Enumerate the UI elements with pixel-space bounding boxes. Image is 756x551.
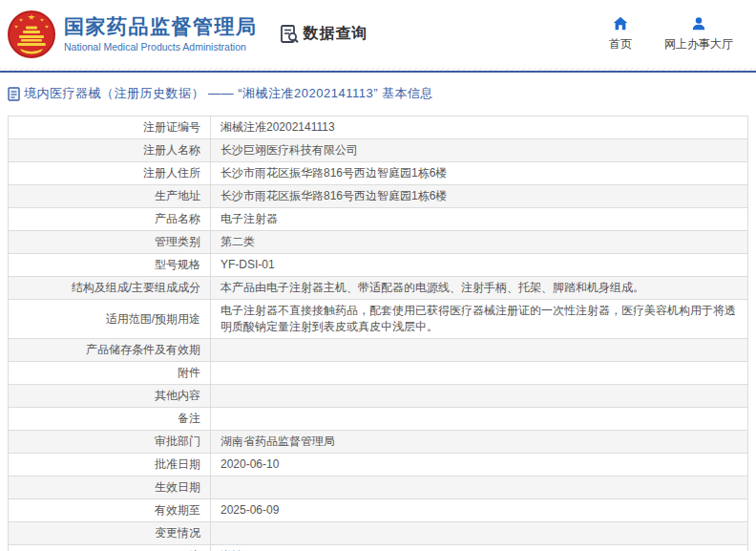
row-label-cell: 备注 (9, 408, 211, 430)
row-label: 注册证编号 (143, 119, 200, 136)
page-title: 境内医疗器械（注册历史数据） —— “湘械注准20202141113” 基本信息 (24, 85, 433, 102)
table-row: 产品储存条件及有效期 (9, 339, 747, 362)
row-value-cell (211, 408, 747, 430)
site-logo[interactable]: 国家药品监督管理局 National Medical Products Admi… (8, 11, 258, 58)
row-value-cell (211, 385, 747, 407)
row-value-cell: 电子注射器 (211, 208, 747, 230)
row-value-cell: 2020-06-10 (211, 454, 747, 476)
row-label: 生效日期 (155, 479, 200, 496)
row-label: 注册人名称 (143, 142, 200, 159)
table-row: 备注 (9, 408, 747, 431)
nav-item-label: 网上办事大厅 (664, 36, 733, 53)
row-value: 湘械注准20202141113 (220, 119, 335, 136)
row-label-cell: 注册人名称 (9, 139, 211, 161)
national-emblem-icon (8, 11, 55, 58)
row-label: 管理类别 (155, 234, 200, 250)
table-row: 批准日期2020-06-10 (9, 454, 747, 477)
table-row: 管理类别第二类 (9, 231, 747, 254)
row-value: 长沙市雨花区振华路816号西边智庭园1栋6楼 (220, 165, 447, 181)
row-label-cell: 有效期至 (9, 499, 211, 521)
row-value-cell: 长沙市雨花区振华路816号西边智庭园1栋6楼 (211, 162, 747, 184)
row-label-cell: 批准日期 (9, 454, 211, 476)
row-label: 批准日期 (155, 456, 200, 473)
row-value-cell: 详情 (211, 545, 747, 551)
row-value-cell (211, 522, 747, 544)
row-value-cell: 第二类 (211, 231, 747, 253)
row-label: 其他内容 (155, 388, 200, 404)
row-value: 本产品由电子注射器主机、带适配器的电源线、注射手柄、托架、脚踏和机身组成。 (220, 280, 644, 296)
row-value: 第二类 (220, 234, 255, 250)
table-row: 型号规格YF-DSI-01 (9, 254, 747, 277)
row-value-cell (211, 362, 747, 384)
row-value-cell: 2025-06-09 (211, 499, 747, 521)
row-label-cell: 型号规格 (9, 254, 211, 276)
row-label-cell: 结构及组成/主要组成成分 (9, 277, 211, 299)
row-label: 附件 (178, 365, 200, 381)
row-value: YF-DSI-01 (220, 257, 275, 273)
dataquery-label: 数据查询 (304, 24, 368, 44)
row-value-cell: 长沙巨翊医疗科技有限公司 (211, 139, 747, 161)
table-row: 注册证编号湘械注准20202141113 (9, 117, 747, 139)
row-label-cell: 适用范围/预期用途 (9, 300, 211, 338)
table-row: 生产地址长沙市雨花区振华路816号西边智庭园1栋6楼 (9, 185, 747, 208)
row-label: 变更情况 (155, 525, 200, 541)
row-label-cell: 生效日期 (9, 477, 211, 498)
document-search-icon (279, 24, 300, 45)
header: 国家药品监督管理局 National Medical Products Admi… (0, 0, 756, 68)
dataquery-section[interactable]: 数据查询 (279, 24, 368, 45)
org-title-en: National Medical Products Administration (64, 41, 258, 53)
nav-item-service-hall[interactable]: 网上办事大厅 (664, 15, 733, 53)
row-value-cell: 电子注射器不直接接触药品，配套使用已获得医疗器械注册证的一次性注射器，医疗美容机… (211, 300, 747, 338)
table-row: 变更情况 (9, 522, 747, 545)
row-label-cell: 其他内容 (9, 385, 211, 407)
info-table: 注册证编号湘械注准20202141113注册人名称长沙巨翊医疗科技有限公司注册人… (8, 116, 748, 551)
row-label-cell: 注 (9, 545, 211, 551)
row-label: 产品名称 (155, 211, 200, 227)
row-value-cell: 湘械注准20202141113 (211, 117, 747, 138)
table-row: 附件 (9, 362, 747, 385)
row-value: 湖南省药品监督管理局 (220, 434, 335, 450)
row-label-cell: 管理类别 (9, 231, 211, 253)
table-row: 其他内容 (9, 385, 747, 408)
row-label-cell: 产品储存条件及有效期 (9, 339, 211, 361)
row-value: 2025-06-09 (220, 502, 279, 519)
row-value: 长沙巨翊医疗科技有限公司 (220, 142, 358, 159)
row-label: 产品储存条件及有效期 (86, 342, 200, 358)
table-row: 适用范围/预期用途电子注射器不直接接触药品，配套使用已获得医疗器械注册证的一次性… (9, 300, 747, 339)
row-label: 型号规格 (155, 257, 200, 273)
row-label: 审批部门 (155, 434, 200, 450)
row-value-cell: YF-DSI-01 (211, 254, 747, 276)
table-row: 产品名称电子注射器 (9, 208, 747, 231)
table-row: 有效期至2025-06-09 (9, 499, 747, 522)
table-row: 注册人名称长沙巨翊医疗科技有限公司 (9, 139, 747, 162)
row-value-cell: 本产品由电子注射器主机、带适配器的电源线、注射手柄、托架、脚踏和机身组成。 (211, 277, 747, 299)
page-doc-icon (8, 87, 20, 101)
row-value-cell (211, 339, 747, 361)
person-icon (690, 15, 707, 32)
table-row: 结构及组成/主要组成成分本产品由电子注射器主机、带适配器的电源线、注射手柄、托架… (9, 277, 747, 300)
row-value-cell (211, 477, 747, 498)
row-label-cell: 注册证编号 (9, 117, 211, 138)
row-value-cell: 湖南省药品监督管理局 (211, 431, 747, 453)
row-label: 适用范围/预期用途 (106, 311, 200, 328)
nav-item-home[interactable]: 首页 (609, 15, 632, 53)
row-value: 电子注射器不直接接触药品，配套使用已获得医疗器械注册证的一次性注射器，医疗美容机… (220, 303, 738, 335)
home-icon (612, 15, 629, 32)
breadcrumb: 境内医疗器械（注册历史数据） —— “湘械注准20202141113” 基本信息 (0, 73, 756, 114)
table-row: 审批部门湖南省药品监督管理局 (9, 431, 747, 454)
row-label-cell: 注册人住所 (9, 162, 211, 184)
table-row: 注详情 (9, 545, 747, 551)
org-titles: 国家药品监督管理局 National Medical Products Admi… (64, 15, 258, 52)
nav-item-label: 首页 (609, 36, 632, 53)
row-label: 生产地址 (155, 188, 200, 204)
table-row: 生效日期 (9, 477, 747, 499)
row-label: 结构及组成/主要组成成分 (72, 280, 200, 296)
row-value-cell: 长沙市雨花区振华路816号西边智庭园1栋6楼 (211, 185, 747, 207)
row-label: 有效期至 (155, 502, 200, 519)
row-value: 2020-06-10 (220, 456, 279, 473)
row-label: 备注 (178, 411, 200, 427)
row-value: 长沙市雨花区振华路816号西边智庭园1栋6楼 (220, 188, 447, 204)
row-value: 电子注射器 (220, 211, 278, 227)
org-title-cn: 国家药品监督管理局 (64, 15, 258, 38)
row-label-cell: 生产地址 (9, 185, 211, 207)
